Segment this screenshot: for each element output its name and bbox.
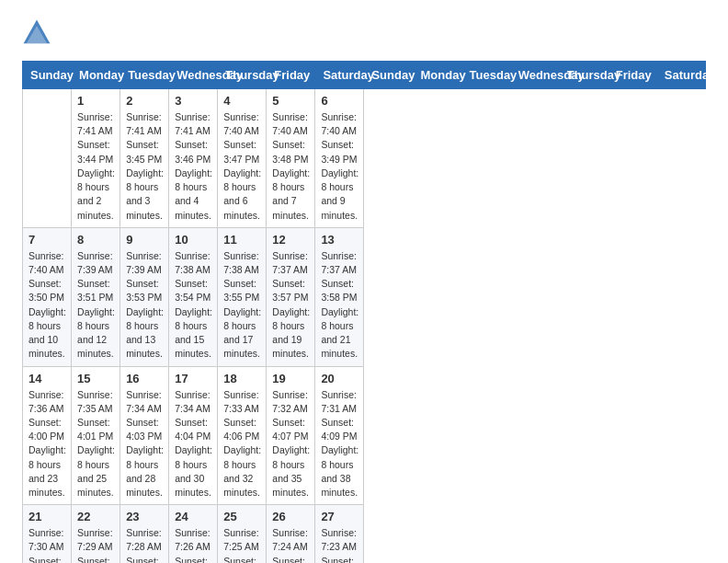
day-number: 16 bbox=[126, 372, 163, 385]
cell-info: Sunrise: 7:24 AMSunset: 4:19 PMDaylight:… bbox=[272, 526, 309, 563]
col-header-tuesday: Tuesday bbox=[120, 62, 169, 89]
calendar-week-0: 1Sunrise: 7:41 AMSunset: 3:44 PMDaylight… bbox=[23, 89, 706, 228]
day-number: 6 bbox=[321, 94, 358, 108]
cell-info: Sunrise: 7:35 AMSunset: 4:01 PMDaylight:… bbox=[77, 388, 114, 500]
calendar-cell: 27Sunrise: 7:23 AMSunset: 4:20 PMDayligh… bbox=[315, 505, 364, 563]
col-header-saturday: Saturday bbox=[315, 62, 364, 89]
calendar-cell: 23Sunrise: 7:28 AMSunset: 4:14 PMDayligh… bbox=[120, 505, 169, 563]
day-number: 2 bbox=[126, 94, 163, 108]
day-number: 4 bbox=[223, 94, 260, 108]
day-number: 26 bbox=[272, 510, 309, 523]
calendar-cell: 26Sunrise: 7:24 AMSunset: 4:19 PMDayligh… bbox=[267, 505, 315, 563]
cell-info: Sunrise: 7:28 AMSunset: 4:14 PMDaylight:… bbox=[126, 526, 163, 563]
header-row: SundayMondayTuesdayWednesdayThursdayFrid… bbox=[23, 62, 706, 89]
calendar-cell: 12Sunrise: 7:37 AMSunset: 3:57 PMDayligh… bbox=[267, 227, 315, 366]
cell-info: Sunrise: 7:32 AMSunset: 4:07 PMDaylight:… bbox=[272, 388, 309, 500]
calendar-cell: 18Sunrise: 7:33 AMSunset: 4:06 PMDayligh… bbox=[218, 366, 267, 505]
day-number: 7 bbox=[28, 233, 65, 247]
calendar-table: SundayMondayTuesdayWednesdayThursdayFrid… bbox=[22, 61, 706, 563]
calendar-cell: 13Sunrise: 7:37 AMSunset: 3:58 PMDayligh… bbox=[315, 227, 364, 366]
day-number: 8 bbox=[77, 233, 114, 247]
cell-info: Sunrise: 7:40 AMSunset: 3:49 PMDaylight:… bbox=[321, 110, 358, 223]
day-number: 27 bbox=[321, 510, 358, 523]
calendar-week-2: 14Sunrise: 7:36 AMSunset: 4:00 PMDayligh… bbox=[23, 366, 706, 505]
calendar-cell: 9Sunrise: 7:39 AMSunset: 3:53 PMDaylight… bbox=[120, 227, 169, 366]
day-number: 24 bbox=[175, 510, 211, 523]
day-number: 13 bbox=[321, 233, 358, 247]
cell-info: Sunrise: 7:38 AMSunset: 3:55 PMDaylight:… bbox=[223, 249, 260, 362]
cell-info: Sunrise: 7:33 AMSunset: 4:06 PMDaylight:… bbox=[223, 388, 260, 500]
col-header-sunday: Sunday bbox=[364, 62, 413, 89]
calendar-cell: 10Sunrise: 7:38 AMSunset: 3:54 PMDayligh… bbox=[169, 227, 218, 366]
cell-info: Sunrise: 7:39 AMSunset: 3:53 PMDaylight:… bbox=[126, 249, 163, 362]
calendar-cell: 4Sunrise: 7:40 AMSunset: 3:47 PMDaylight… bbox=[218, 89, 267, 228]
calendar-cell: 16Sunrise: 7:34 AMSunset: 4:03 PMDayligh… bbox=[120, 366, 169, 505]
col-header-monday: Monday bbox=[413, 62, 461, 89]
calendar-cell: 8Sunrise: 7:39 AMSunset: 3:51 PMDaylight… bbox=[72, 227, 120, 366]
calendar-cell: 17Sunrise: 7:34 AMSunset: 4:04 PMDayligh… bbox=[169, 366, 218, 505]
col-header-wednesday: Wednesday bbox=[169, 62, 218, 89]
calendar-cell: 20Sunrise: 7:31 AMSunset: 4:09 PMDayligh… bbox=[315, 366, 364, 505]
col-header-saturday: Saturday bbox=[656, 62, 705, 89]
col-header-friday: Friday bbox=[608, 62, 656, 89]
col-header-sunday: Sunday bbox=[23, 62, 72, 89]
day-number: 3 bbox=[175, 94, 211, 108]
calendar-cell: 21Sunrise: 7:30 AMSunset: 4:10 PMDayligh… bbox=[23, 505, 72, 563]
calendar-cell: 22Sunrise: 7:29 AMSunset: 4:12 PMDayligh… bbox=[72, 505, 120, 563]
cell-info: Sunrise: 7:41 AMSunset: 3:45 PMDaylight:… bbox=[126, 110, 163, 223]
cell-info: Sunrise: 7:29 AMSunset: 4:12 PMDaylight:… bbox=[77, 526, 114, 563]
cell-info: Sunrise: 7:38 AMSunset: 3:54 PMDaylight:… bbox=[175, 249, 211, 362]
day-number: 5 bbox=[272, 94, 309, 108]
calendar-cell: 25Sunrise: 7:25 AMSunset: 4:17 PMDayligh… bbox=[218, 505, 267, 563]
calendar-week-1: 7Sunrise: 7:40 AMSunset: 3:50 PMDaylight… bbox=[23, 227, 706, 366]
col-header-thursday: Thursday bbox=[559, 62, 608, 89]
calendar-cell: 3Sunrise: 7:41 AMSunset: 3:46 PMDaylight… bbox=[169, 89, 218, 228]
calendar-cell: 5Sunrise: 7:40 AMSunset: 3:48 PMDaylight… bbox=[267, 89, 315, 228]
day-number: 23 bbox=[126, 510, 163, 523]
col-header-monday: Monday bbox=[72, 62, 120, 89]
cell-info: Sunrise: 7:31 AMSunset: 4:09 PMDaylight:… bbox=[321, 388, 358, 500]
cell-info: Sunrise: 7:40 AMSunset: 3:48 PMDaylight:… bbox=[272, 110, 309, 223]
logo-icon bbox=[22, 18, 51, 48]
cell-info: Sunrise: 7:26 AMSunset: 4:15 PMDaylight:… bbox=[175, 526, 211, 563]
day-number: 21 bbox=[28, 510, 65, 523]
day-number: 17 bbox=[175, 372, 211, 385]
day-number: 10 bbox=[175, 233, 211, 247]
calendar-cell: 15Sunrise: 7:35 AMSunset: 4:01 PMDayligh… bbox=[72, 366, 120, 505]
col-header-tuesday: Tuesday bbox=[461, 62, 510, 89]
logo bbox=[22, 18, 57, 48]
day-number: 18 bbox=[223, 372, 260, 385]
day-number: 11 bbox=[223, 233, 260, 247]
col-header-thursday: Thursday bbox=[218, 62, 267, 89]
calendar-cell: 24Sunrise: 7:26 AMSunset: 4:15 PMDayligh… bbox=[169, 505, 218, 563]
calendar-cell: 6Sunrise: 7:40 AMSunset: 3:49 PMDaylight… bbox=[315, 89, 364, 228]
day-number: 1 bbox=[77, 94, 114, 108]
cell-info: Sunrise: 7:34 AMSunset: 4:03 PMDaylight:… bbox=[126, 388, 163, 500]
calendar-cell: 19Sunrise: 7:32 AMSunset: 4:07 PMDayligh… bbox=[267, 366, 315, 505]
cell-info: Sunrise: 7:41 AMSunset: 3:46 PMDaylight:… bbox=[175, 110, 211, 223]
cell-info: Sunrise: 7:36 AMSunset: 4:00 PMDaylight:… bbox=[28, 388, 65, 500]
header bbox=[22, 18, 706, 48]
cell-info: Sunrise: 7:39 AMSunset: 3:51 PMDaylight:… bbox=[77, 249, 114, 362]
day-number: 14 bbox=[28, 372, 65, 385]
calendar-cell: 11Sunrise: 7:38 AMSunset: 3:55 PMDayligh… bbox=[218, 227, 267, 366]
cell-info: Sunrise: 7:34 AMSunset: 4:04 PMDaylight:… bbox=[175, 388, 211, 500]
cell-info: Sunrise: 7:41 AMSunset: 3:44 PMDaylight:… bbox=[77, 110, 114, 223]
calendar-cell: 14Sunrise: 7:36 AMSunset: 4:00 PMDayligh… bbox=[23, 366, 72, 505]
day-number: 15 bbox=[77, 372, 114, 385]
calendar-week-3: 21Sunrise: 7:30 AMSunset: 4:10 PMDayligh… bbox=[23, 505, 706, 563]
day-number: 12 bbox=[272, 233, 309, 247]
cell-info: Sunrise: 7:30 AMSunset: 4:10 PMDaylight:… bbox=[28, 526, 65, 563]
col-header-friday: Friday bbox=[267, 62, 315, 89]
calendar-cell: 7Sunrise: 7:40 AMSunset: 3:50 PMDaylight… bbox=[23, 227, 72, 366]
cell-info: Sunrise: 7:37 AMSunset: 3:57 PMDaylight:… bbox=[272, 249, 309, 362]
day-number: 20 bbox=[321, 372, 358, 385]
day-number: 9 bbox=[126, 233, 163, 247]
cell-info: Sunrise: 7:23 AMSunset: 4:20 PMDaylight:… bbox=[321, 526, 358, 563]
col-header-wednesday: Wednesday bbox=[510, 62, 559, 89]
cell-info: Sunrise: 7:40 AMSunset: 3:47 PMDaylight:… bbox=[223, 110, 260, 223]
cell-info: Sunrise: 7:25 AMSunset: 4:17 PMDaylight:… bbox=[223, 526, 260, 563]
calendar-cell: 2Sunrise: 7:41 AMSunset: 3:45 PMDaylight… bbox=[120, 89, 169, 228]
day-number: 25 bbox=[223, 510, 260, 523]
calendar-cell: 1Sunrise: 7:41 AMSunset: 3:44 PMDaylight… bbox=[72, 89, 120, 228]
